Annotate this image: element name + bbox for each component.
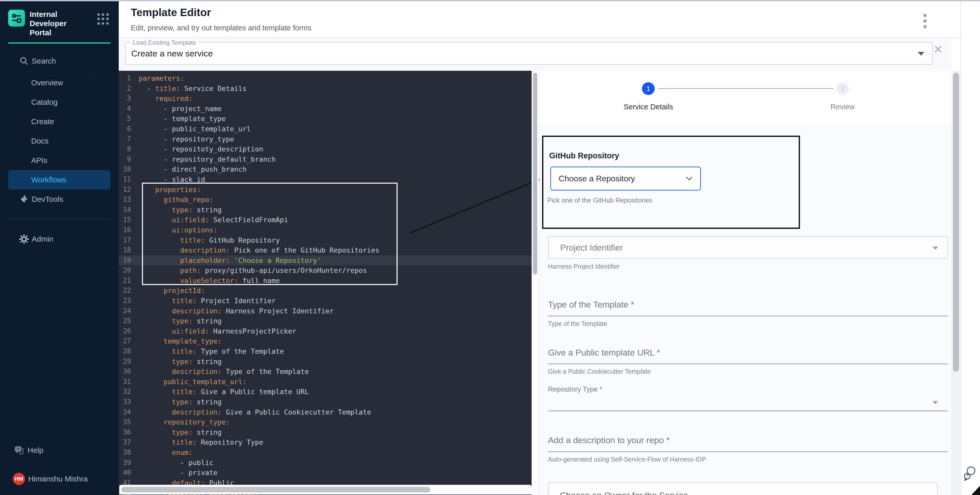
line-number: 6 <box>119 124 138 134</box>
line-number: 9 <box>119 154 138 164</box>
search-icon <box>18 56 30 67</box>
github-repository-select[interactable]: Choose a Repository <box>550 167 701 191</box>
line-number: 23 <box>119 296 138 306</box>
app-grid-icon[interactable] <box>97 13 109 25</box>
sidebar-item-search[interactable]: Search <box>8 51 111 71</box>
sidebar-user[interactable]: HM Himanshu Mishra <box>8 469 111 489</box>
line-number: 21 <box>119 275 138 286</box>
chat-bubbles-icon[interactable] <box>963 465 978 482</box>
line-number: 12 <box>119 185 138 195</box>
help-label: Help <box>27 446 43 455</box>
sidebar-divider <box>8 219 111 220</box>
line-number: 5 <box>119 114 138 124</box>
line-number: 14 <box>119 205 138 215</box>
main-header: Template Editor Edit, preview, and try o… <box>119 1 961 37</box>
code-line: 22 projectId: <box>119 286 531 296</box>
line-number: 16 <box>119 225 138 235</box>
code-line: 21 valueSelector: full_name <box>119 275 531 286</box>
wrench-icon <box>18 194 30 205</box>
sidebar-item-help[interactable]: ? Help <box>8 441 111 460</box>
sidebar-item-overview[interactable]: Overview <box>8 73 111 92</box>
sidebar-item-label: Catalog <box>31 98 57 107</box>
project-identifier-select[interactable]: Project Identifier <box>548 236 948 259</box>
repo-description-helper: Auto-generated using Self-Service-Flow o… <box>548 456 706 463</box>
repo-description-input[interactable] <box>548 451 948 452</box>
line-number: 1 <box>119 73 138 84</box>
sidebar-item-workflows[interactable]: Workflows <box>8 170 111 189</box>
dropdown-caret-icon <box>932 247 938 250</box>
project-identifier-placeholder: Project Identifier <box>560 237 623 258</box>
template-type-input[interactable] <box>548 316 948 317</box>
sidebar-item-admin[interactable]: Admin <box>8 229 111 249</box>
line-number: 32 <box>119 387 138 397</box>
dropdown-caret-icon <box>932 401 938 404</box>
code-line: 30 description: Type of the Template <box>119 366 531 377</box>
sidebar-item-devtools[interactable]: DevTools <box>8 189 111 209</box>
repository-type-select[interactable] <box>548 411 948 411</box>
line-number: 37 <box>119 437 138 447</box>
line-number: 11 <box>119 175 138 185</box>
public-template-url-label: Give a Public template URL * <box>548 348 660 358</box>
code-line: 28 title: Type of the Template <box>119 346 531 357</box>
github-repository-label: GitHub Repository <box>549 151 619 161</box>
editor-vertical-scrollbar[interactable] <box>531 71 539 495</box>
template-type-helper: Type of the Template <box>548 320 607 328</box>
template-editor-page: Internal Developer Portal SearchOverview… <box>0 0 980 495</box>
code-line: 10 - direct_push_branch <box>119 164 531 175</box>
line-number: 17 <box>119 235 138 245</box>
line-number: 3 <box>119 94 138 104</box>
gear-icon <box>18 234 30 245</box>
sidebar-item-label: Admin <box>32 235 53 244</box>
editor-horizontal-scrollbar[interactable] <box>119 485 531 495</box>
line-number: 28 <box>119 346 138 357</box>
page-subtitle: Edit, preview, and try out templates and… <box>131 24 312 32</box>
repository-type-label: Repository Type * <box>548 385 602 393</box>
dropdown-caret-icon <box>918 52 924 56</box>
template-loader-band: Load Existing Template Create a new serv… <box>119 38 951 71</box>
line-number: 38 <box>119 447 138 458</box>
sidebar-item-label: Docs <box>31 137 49 145</box>
line-number: 25 <box>119 316 138 326</box>
code-line: 36 type: string <box>119 427 531 438</box>
sidebar-item-apis[interactable]: APIs <box>8 151 111 170</box>
sidebar-item-catalog[interactable]: Catalog <box>8 92 111 112</box>
code-line: 5 - template_type <box>119 114 531 124</box>
sidebar-item-label: Overview <box>31 78 63 87</box>
code-line: 29 type: string <box>119 357 531 367</box>
yaml-code-editor[interactable]: 1parameters:2 - title: Service Details3 … <box>119 71 531 495</box>
line-number: 22 <box>119 286 138 296</box>
code-line: 40 - private <box>119 468 531 478</box>
form-panel-scrollbar[interactable] <box>951 71 960 495</box>
code-line: 23 title: Project Identifier <box>119 296 531 306</box>
line-number: 24 <box>119 306 138 316</box>
github-repository-helper: Pick one of the GitHub Repositories <box>547 196 652 204</box>
line-number: 39 <box>119 458 138 468</box>
sidebar-item-create[interactable]: Create <box>8 112 111 131</box>
code-area: 1parameters:2 - title: Service Details3 … <box>119 73 531 495</box>
code-line: 38 enum: <box>119 447 531 458</box>
sidebar-item-label: Search <box>32 57 56 65</box>
code-line: 19 placeholder: 'Choose a Repository' <box>119 255 531 266</box>
sidebar-item-label: Workflows <box>31 175 67 184</box>
code-line: 31 public_template_url: <box>119 377 531 387</box>
sidebar-item-docs[interactable]: Docs <box>8 131 111 151</box>
service-owner-label: Choose an Owner for the Service <box>560 490 688 495</box>
form-preview-panel: 1 2 Service Details Review GitHub Reposi… <box>539 71 951 495</box>
help-chat-icon: ? <box>13 445 24 456</box>
code-line: 20 path: proxy/github-api/users/OrkoHunt… <box>119 265 531 275</box>
sidebar-item-label: APIs <box>31 156 47 165</box>
stepper-step-2[interactable]: 2 <box>836 82 849 95</box>
public-template-url-input[interactable] <box>548 363 948 364</box>
code-line: 35 repository_type: <box>119 417 531 427</box>
line-number: 26 <box>119 326 138 336</box>
sidebar: Internal Developer Portal SearchOverview… <box>0 0 119 495</box>
project-identifier-helper: Harness Project Identifier <box>548 263 620 270</box>
code-line: 6 - public_template_url <box>119 124 531 134</box>
code-line: 32 title: Give a Public template URL <box>119 387 531 397</box>
stepper-step-1[interactable]: 1 <box>642 82 655 95</box>
code-line: 14 type: string <box>119 205 531 215</box>
close-icon[interactable]: × <box>929 40 947 58</box>
load-existing-template-select[interactable]: Load Existing Template Create a new serv… <box>125 42 932 65</box>
overflow-menu-icon[interactable] <box>920 11 930 29</box>
service-owner-select[interactable]: Choose an Owner for the Service <box>548 482 938 495</box>
